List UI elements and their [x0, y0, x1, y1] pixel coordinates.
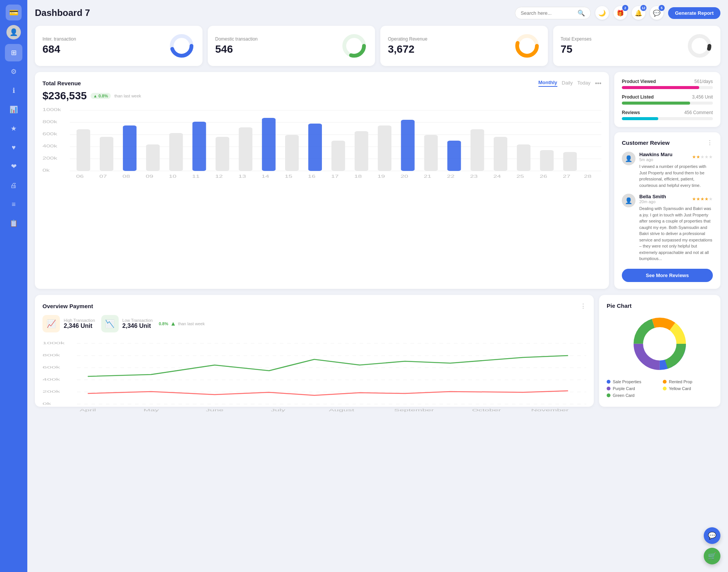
review-avatar-0: 👤: [622, 152, 635, 165]
search-bar[interactable]: 🔍: [515, 7, 591, 19]
review-content-0: Hawkins Maru 5m ago ★★★★★ I viewed a num…: [639, 152, 713, 188]
sidebar-item-info[interactable]: ℹ: [5, 82, 22, 99]
metric-product-viewed: Product Viewed 561/days: [622, 79, 713, 89]
donut-expenses: [686, 33, 713, 59]
sidebar-item-list[interactable]: ≡: [5, 196, 22, 213]
sidebar-item-doc[interactable]: 📋: [5, 215, 22, 232]
stat-card-expenses: Total Expenses 75: [553, 26, 721, 66]
revenue-title: Total Revenue: [42, 80, 81, 86]
stat-value-inter: 684: [42, 43, 76, 55]
revenue-more-icon[interactable]: •••: [595, 80, 601, 87]
review-item-0: 👤 Hawkins Maru 5m ago ★★★★★ I viewed a n…: [622, 152, 713, 188]
tab-today[interactable]: Today: [577, 80, 590, 86]
stat-value-domestic: 546: [215, 43, 258, 55]
sidebar-item-dashboard[interactable]: ⊞: [5, 44, 22, 61]
svg-rect-40: [540, 150, 554, 171]
review-name-0: Hawkins Maru: [639, 152, 672, 157]
sidebar-item-heartsolid[interactable]: ❤: [5, 158, 22, 175]
review-content-1: Bella Smith 20m ago ★★★★★ Dealing with S…: [639, 194, 713, 262]
svg-text:18: 18: [354, 174, 362, 179]
progress-bar-listed: [622, 102, 713, 105]
payment-pct-wrap: 0.8% ▲ than last week: [159, 320, 205, 327]
bell-badge: 12: [640, 5, 646, 11]
svg-rect-29: [285, 135, 299, 171]
stat-card-inter: Inter. transaction 684: [35, 26, 202, 66]
metric-val-viewed: 561/days: [694, 79, 713, 84]
pie-legend: Sale Properties Rented Prop Purple Card …: [607, 379, 713, 398]
review-text-1: Dealing with Syamsudin and Bakri was a j…: [639, 205, 713, 262]
fab-wrap: 💬 🛒: [704, 527, 720, 564]
svg-text:09: 09: [146, 174, 153, 179]
revenue-pct-badge: ▲ 0.8%: [91, 93, 111, 99]
metric-header-viewed: Product Viewed 561/days: [622, 79, 713, 84]
bar-chart-area: 1000k 800k 600k 400k 200k 0k: [42, 107, 601, 167]
stat-label-domestic: Domestic transaction: [215, 36, 258, 42]
svg-text:200k: 200k: [42, 389, 61, 393]
generate-report-button[interactable]: Generate Report: [668, 7, 720, 19]
svg-text:27: 27: [563, 174, 570, 179]
svg-rect-36: [447, 141, 461, 171]
svg-rect-23: [146, 144, 160, 171]
svg-rect-37: [471, 129, 484, 171]
stat-card-info-inter: Inter. transaction 684: [42, 36, 76, 55]
svg-text:07: 07: [99, 174, 107, 179]
legend-dot-sale: [607, 380, 610, 384]
svg-rect-22: [123, 125, 136, 171]
payment-more-icon[interactable]: ⋮: [580, 302, 586, 310]
progress-fill-reviews: [622, 117, 658, 120]
svg-text:08: 08: [122, 174, 130, 179]
trans-high-label: High Transaction: [64, 318, 95, 323]
trans-high-icon: 📈: [42, 315, 60, 332]
legend-dot-purple: [607, 387, 610, 390]
bell-btn[interactable]: 🔔 12: [632, 6, 645, 20]
svg-text:06: 06: [76, 174, 84, 179]
svg-rect-38: [494, 137, 507, 171]
dark-mode-btn[interactable]: 🌙: [595, 6, 609, 20]
svg-rect-25: [192, 122, 206, 171]
review-card-title: Customer Review: [622, 139, 670, 146]
trans-low-value: 2,346 Unit: [122, 323, 153, 329]
svg-point-91: [643, 327, 676, 360]
pie-chart-svg: [629, 313, 690, 374]
sidebar: 💳 👤 ⊞ ⚙ ℹ 📊 ★ ♥ ❤ 🖨 ≡ 📋: [0, 0, 27, 572]
review-avatar-1: 👤: [622, 194, 635, 207]
svg-text:November: November: [531, 408, 569, 412]
sidebar-item-star[interactable]: ★: [5, 120, 22, 137]
fab-cart[interactable]: 🛒: [704, 548, 720, 564]
svg-text:23: 23: [470, 174, 478, 179]
overview-payment-card: Overview Payment ⋮ 📈 High Transaction 2,…: [35, 295, 594, 407]
metrics-card: Product Viewed 561/days Product Listed 3…: [614, 72, 720, 127]
stat-card-info-revenue: Operating Revenue 3,672: [388, 36, 427, 55]
review-more-icon[interactable]: ⋮: [707, 139, 713, 146]
chat-btn[interactable]: 💬 5: [650, 6, 664, 20]
see-more-reviews-button[interactable]: See More Reviews: [622, 269, 713, 282]
metric-name-reviews: Reviews: [622, 110, 640, 115]
metric-val-reviews: 456 Comment: [684, 110, 713, 115]
review-card-header: Customer Review ⋮: [622, 139, 713, 146]
svg-text:July: July: [271, 408, 286, 412]
legend-label-purple: Purple Card: [613, 386, 635, 391]
payment-pct: 0.8%: [159, 321, 168, 326]
metric-name-listed: Product Listed: [622, 94, 654, 100]
svg-rect-28: [262, 118, 276, 171]
fab-support[interactable]: 💬: [704, 527, 720, 544]
svg-text:1000k: 1000k: [42, 108, 61, 112]
stat-card-info-expenses: Total Expenses 75: [561, 36, 592, 55]
sidebar-item-print[interactable]: 🖨: [5, 177, 22, 194]
pie-wrap: [607, 313, 713, 374]
chat-badge: 5: [659, 5, 665, 11]
search-input[interactable]: [521, 10, 574, 16]
gift-btn[interactable]: 🎁 2: [613, 6, 627, 20]
tab-monthly[interactable]: Monthly: [538, 80, 557, 87]
review-item-1: 👤 Bella Smith 20m ago ★★★★★ Dealing with…: [622, 194, 713, 262]
sidebar-item-heart[interactable]: ♥: [5, 139, 22, 156]
payment-card-header: Overview Payment ⋮: [42, 302, 586, 310]
svg-text:19: 19: [377, 174, 385, 179]
revenue-pct: 0.8%: [99, 94, 108, 98]
review-text-0: I viewed a number of properties with Jus…: [639, 163, 713, 188]
donut-revenue: [514, 33, 540, 59]
legend-dot-green: [607, 393, 610, 397]
sidebar-item-settings[interactable]: ⚙: [5, 63, 22, 80]
tab-daily[interactable]: Daily: [562, 80, 573, 86]
sidebar-item-chart[interactable]: 📊: [5, 101, 22, 118]
